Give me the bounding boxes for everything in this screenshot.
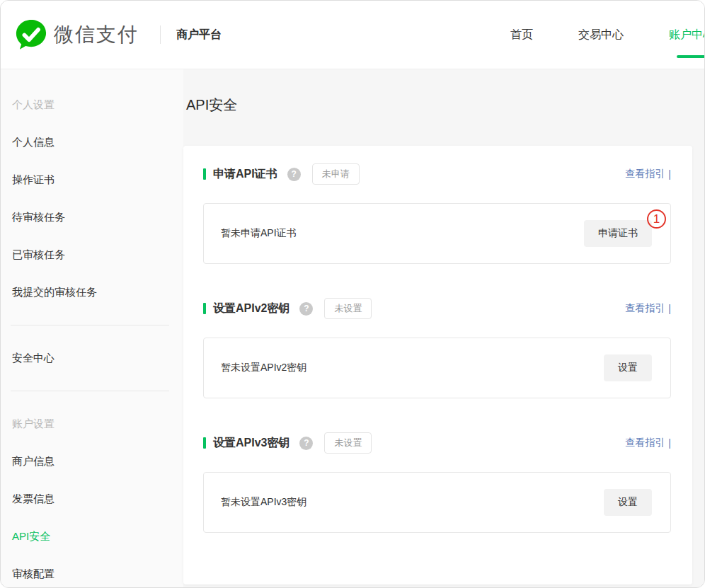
apply-certificate-button[interactable]: 申请证书: [584, 220, 652, 247]
page-body: 个人设置 个人信息 操作证书 待审核任务 已审核任务 我提交的审核任务 安全中心…: [1, 69, 704, 587]
sidebar-item-my-submitted-review-tasks[interactable]: 我提交的审核任务: [1, 273, 183, 311]
clipped-text: |: [668, 437, 671, 449]
help-icon[interactable]: ?: [299, 302, 313, 316]
active-tab-underline: [677, 55, 705, 58]
set-apiv3-key-button[interactable]: 设置: [604, 489, 652, 516]
api-security-card: 申请API证书 ? 未申请 查看指引 | 暂未申请API证书 申请证书 1: [183, 146, 692, 584]
sidebar-item-pending-review-tasks[interactable]: 待审核任务: [1, 198, 183, 236]
certificate-status-box: 暂未申请API证书 申请证书 1: [203, 203, 671, 264]
view-guide-link[interactable]: 查看指引: [625, 168, 665, 180]
brand-name: 微信支付: [54, 21, 139, 48]
wechat-pay-logo-icon: [15, 18, 47, 51]
main-content: API安全 申请API证书 ? 未申请 查看指引 | 暂未申请API证书 申请证…: [183, 69, 704, 587]
empty-state-text: 暂未设置APIv2密钥: [221, 362, 306, 374]
section-title: 申请API证书: [213, 167, 277, 182]
top-nav: 首页 交易中心 账户中心: [510, 25, 705, 45]
nav-item-home[interactable]: 首页: [510, 25, 533, 45]
nav-item-account-center-label: 账户中心: [669, 28, 705, 40]
section-title: 设置APIv2密钥: [213, 301, 290, 316]
accent-bar: [203, 303, 206, 314]
help-icon[interactable]: ?: [287, 168, 301, 181]
page-title: API安全: [186, 95, 704, 115]
clipped-text: |: [668, 168, 671, 180]
accent-bar: [203, 437, 206, 449]
sidebar-item-personal-info[interactable]: 个人信息: [1, 123, 183, 161]
sidebar-item-security-center[interactable]: 安全中心: [1, 339, 183, 376]
sidebar-group-account-settings: 账户设置: [1, 405, 183, 442]
sidebar-group-personal-settings: 个人设置: [1, 86, 183, 123]
nav-item-transaction-center[interactable]: 交易中心: [578, 25, 624, 45]
sidebar-item-invoice-info[interactable]: 发票信息: [1, 480, 183, 517]
apiv2-status-box: 暂未设置APIv2密钥 设置: [203, 338, 671, 398]
portal-name: 商户平台: [176, 28, 222, 42]
sidebar-divider: [11, 391, 169, 391]
view-guide-link[interactable]: 查看指引: [625, 302, 665, 315]
apiv3-status-box: 暂未设置APIv3密钥 设置: [203, 472, 671, 533]
sidebar-item-merchant-info[interactable]: 商户信息: [1, 442, 183, 480]
header-divider: [160, 25, 161, 44]
nav-item-account-center[interactable]: 账户中心: [669, 25, 705, 45]
clipped-text: |: [668, 303, 671, 314]
sidebar-item-review-config[interactable]: 审核配置: [1, 555, 183, 587]
section-header: 设置APIv3密钥 ? 未设置 查看指引 |: [203, 434, 671, 452]
wechat-pay-merchant-window: 微信支付 商户平台 首页 交易中心 账户中心 个人设置 个人信息 操作证书 待审…: [0, 0, 705, 588]
section-header: 设置APIv2密钥 ? 未设置 查看指引 |: [203, 299, 671, 318]
section-title: 设置APIv3密钥: [213, 436, 290, 451]
section-apiv2-key: 设置APIv2密钥 ? 未设置 查看指引 | 暂未设置APIv2密钥 设置: [203, 299, 671, 398]
help-icon[interactable]: ?: [299, 437, 313, 450]
status-badge: 未设置: [324, 432, 372, 454]
status-badge: 未设置: [324, 298, 372, 319]
set-apiv2-key-button[interactable]: 设置: [604, 354, 652, 381]
view-guide-link[interactable]: 查看指引: [625, 437, 665, 449]
section-header: 申请API证书 ? 未申请 查看指引 |: [203, 165, 671, 183]
status-badge: 未申请: [312, 163, 360, 185]
empty-state-text: 暂未申请API证书: [221, 227, 297, 240]
sidebar-item-api-security[interactable]: API安全: [1, 517, 183, 555]
sidebar-item-reviewed-tasks[interactable]: 已审核任务: [1, 236, 183, 273]
sidebar-divider: [11, 325, 169, 325]
sidebar: 个人设置 个人信息 操作证书 待审核任务 已审核任务 我提交的审核任务 安全中心…: [1, 69, 183, 587]
top-header: 微信支付 商户平台 首页 交易中心 账户中心: [1, 1, 704, 69]
section-apiv3-key: 设置APIv3密钥 ? 未设置 查看指引 | 暂未设置APIv3密钥 设置: [203, 434, 671, 533]
accent-bar: [203, 168, 206, 180]
section-api-certificate: 申请API证书 ? 未申请 查看指引 | 暂未申请API证书 申请证书 1: [203, 165, 671, 264]
sidebar-item-operation-certificate[interactable]: 操作证书: [1, 161, 183, 198]
empty-state-text: 暂未设置APIv3密钥: [221, 496, 306, 509]
